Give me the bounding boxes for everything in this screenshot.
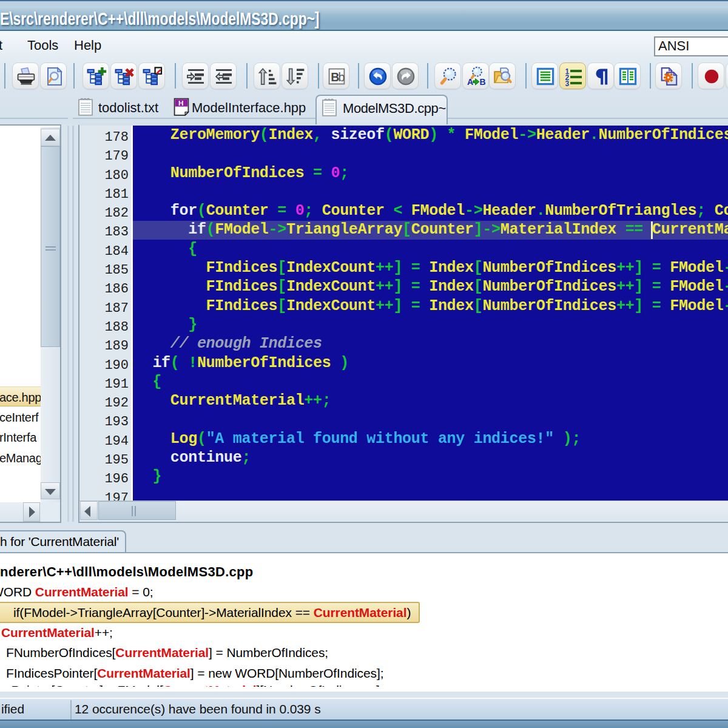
svg-text:A: A [467,77,473,87]
svg-text:B: B [479,77,485,87]
svg-text:H: H [178,99,183,107]
svg-text:3: 3 [565,79,570,87]
svg-text:b: b [339,70,345,84]
